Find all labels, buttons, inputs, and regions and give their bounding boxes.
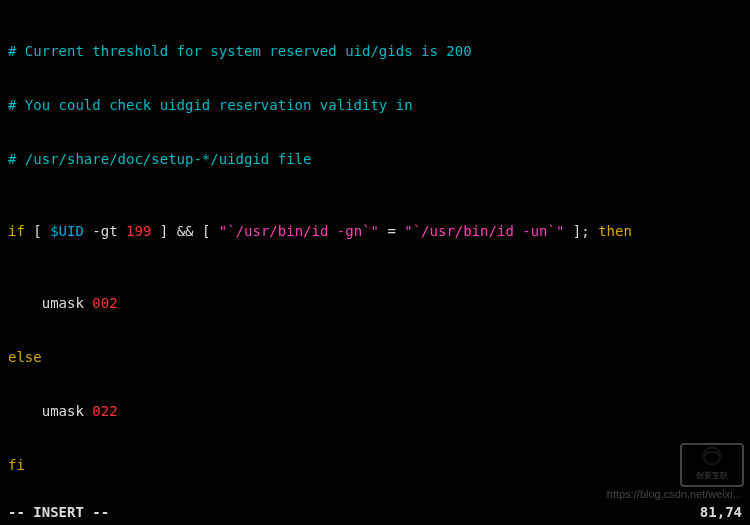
comment-line: # Current threshold for system reserved … [8, 42, 742, 60]
terminal-editor[interactable]: # Current threshold for system reserved … [0, 0, 750, 525]
comment-line: # /usr/share/doc/setup-*/uidgid file [8, 150, 742, 168]
code-line: fi [8, 456, 742, 474]
svg-point-0 [704, 448, 721, 465]
brand-logo: 创新互联 [680, 443, 744, 487]
code-line: else [8, 348, 742, 366]
cursor-position: 81,74 [700, 503, 742, 521]
vim-mode: -- INSERT -- [8, 503, 109, 521]
code-line: umask 002 [8, 294, 742, 312]
code-line: if [ $UID -gt 199 ] && [ "`/usr/bin/id -… [8, 222, 742, 240]
brand-text: 创新互联 [696, 467, 728, 485]
watermark-url: https://blog.csdn.net/weixi... [607, 485, 742, 503]
logo-icon [701, 445, 723, 467]
code-line: umask 022 [8, 402, 742, 420]
comment-line: # You could check uidgid reservation val… [8, 96, 742, 114]
vim-status-bar: -- INSERT -- 81,74 [0, 503, 750, 525]
